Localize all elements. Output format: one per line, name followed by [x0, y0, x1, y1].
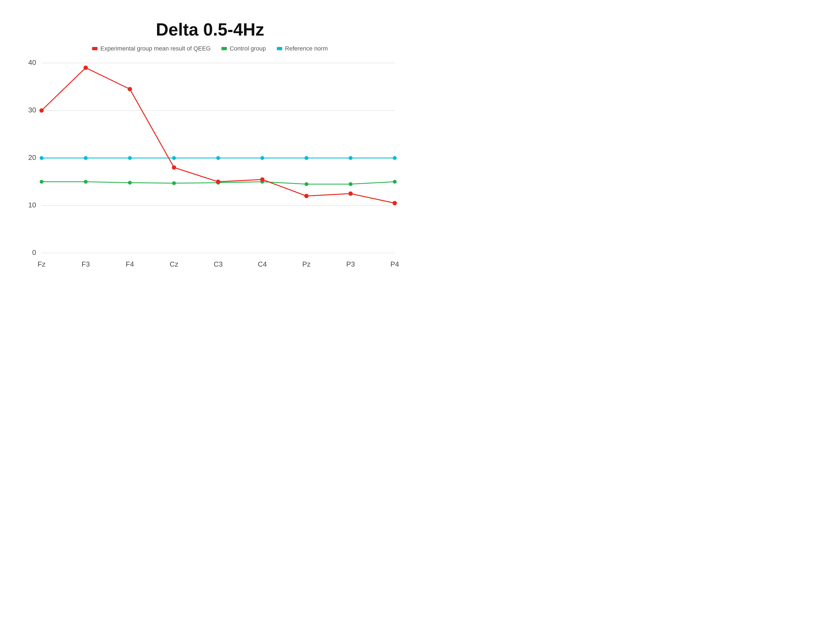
x-label-fz: Fz: [38, 260, 46, 268]
exp-dot-pz: [304, 194, 309, 198]
control-dot-f3: [84, 180, 88, 183]
control-dot-cz: [172, 181, 176, 185]
exp-dot-fz: [39, 108, 44, 113]
x-label-pz: Pz: [302, 260, 311, 268]
reference-dot-c3: [216, 156, 220, 160]
control-dot-f4: [128, 181, 132, 185]
y-label-20: 20: [28, 153, 36, 161]
legend-reference-label: Reference norm: [285, 45, 328, 52]
exp-dot-p3: [349, 191, 353, 196]
svg-rect-2: [277, 47, 282, 50]
svg-rect-0: [92, 47, 97, 50]
reference-swatch-icon: [277, 46, 282, 51]
reference-dot-p4: [393, 156, 397, 160]
exp-dot-cz: [172, 165, 176, 170]
reference-dot-f4: [128, 156, 132, 160]
exp-dot-c4: [260, 177, 265, 182]
chart-svg: 0 10 20 30 40 Fz F3 F4 Cz C3 C4 Pz P3 P4: [20, 58, 400, 280]
reference-dot-p3: [349, 156, 353, 160]
x-label-f4: F4: [126, 260, 134, 268]
x-label-f3: F3: [82, 260, 89, 268]
x-label-c3: C3: [214, 260, 223, 268]
control-dot-p4: [393, 180, 397, 183]
reference-dot-pz: [305, 156, 308, 160]
legend-reference: Reference norm: [277, 45, 328, 52]
exp-dot-f3: [84, 66, 88, 70]
legend-control-label: Control group: [229, 45, 266, 52]
y-label-40: 40: [28, 58, 36, 67]
control-dot-p3: [349, 182, 353, 186]
reference-dot-fz: [40, 156, 44, 160]
chart-title: Delta 0.5-4Hz: [20, 14, 400, 40]
reference-dot-f3: [84, 156, 88, 160]
chart-container: Delta 0.5-4Hz Experimental group mean re…: [20, 14, 400, 299]
reference-dot-cz: [172, 156, 176, 160]
svg-rect-1: [221, 47, 227, 50]
control-dot-fz: [40, 180, 44, 183]
experimental-swatch-icon: [92, 46, 97, 51]
y-label-30: 30: [28, 106, 36, 114]
x-label-cz: Cz: [170, 260, 179, 268]
reference-dot-c4: [261, 156, 264, 160]
x-label-c4: C4: [258, 260, 267, 268]
exp-dot-c3: [216, 180, 220, 184]
legend-control: Control group: [221, 45, 266, 52]
y-label-0: 0: [32, 248, 36, 257]
legend-experimental: Experimental group mean result of QEEG: [92, 45, 210, 52]
control-dot-pz: [305, 182, 308, 186]
x-label-p4: P4: [390, 260, 399, 268]
exp-dot-p4: [393, 201, 397, 205]
exp-dot-f4: [128, 87, 132, 91]
y-label-10: 10: [28, 201, 36, 209]
control-swatch-icon: [221, 46, 227, 51]
legend-experimental-label: Experimental group mean result of QEEG: [100, 45, 210, 52]
chart-legend: Experimental group mean result of QEEG C…: [20, 45, 400, 52]
x-label-p3: P3: [346, 260, 355, 268]
